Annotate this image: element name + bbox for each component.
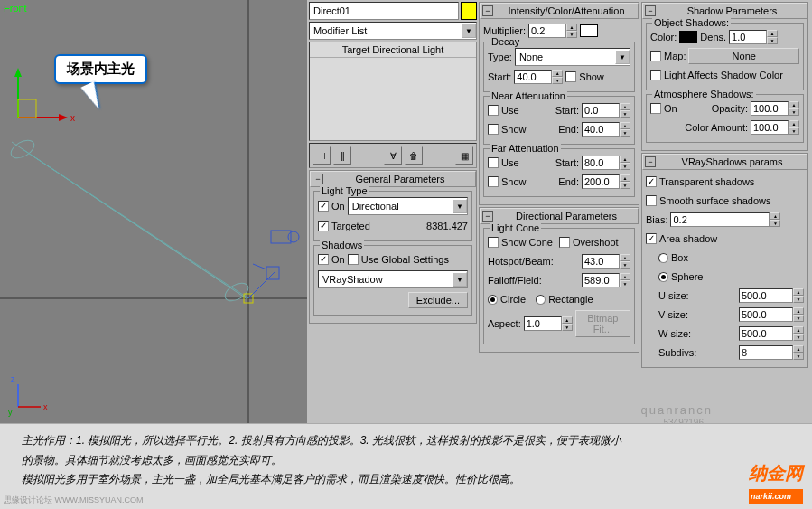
smooth-surface-checkbox[interactable]	[646, 195, 657, 206]
box-radio[interactable]	[658, 253, 668, 263]
minus-icon: −	[482, 211, 493, 222]
rollout-title: General Parameters	[327, 174, 473, 184]
svg-text:y: y	[8, 408, 13, 417]
svg-line-12	[23, 149, 248, 298]
aspect-spinner[interactable]: ▲▼	[524, 316, 573, 331]
svg-text:x: x	[70, 113, 75, 123]
chevron-down-icon: ▼	[462, 24, 476, 38]
svg-text:z: z	[11, 374, 15, 383]
svg-line-22	[248, 271, 275, 298]
rollout-vray-shadows: −VRayShadows params Transparent shadows …	[641, 153, 808, 368]
watermark-author: quanrancn	[641, 403, 713, 417]
rollout-general: −General Parameters Light Type On Direct…	[309, 170, 477, 324]
callout-main-light: 场景内主光	[54, 54, 147, 84]
svg-point-20	[288, 231, 299, 242]
overshoot-checkbox[interactable]	[559, 237, 570, 248]
shadow-map-checkbox[interactable]	[650, 51, 661, 61]
sphere-radio[interactable]	[658, 272, 668, 282]
affects-shadow-color-checkbox[interactable]	[650, 70, 661, 80]
circle-radio[interactable]	[488, 295, 498, 305]
configure-sets-icon[interactable]: ▦	[455, 146, 473, 165]
svg-rect-6	[18, 99, 36, 118]
falloff-spinner[interactable]: ▲▼	[582, 273, 630, 287]
logo-narkii: 纳金网narkii.com	[749, 457, 803, 504]
decay-type-dropdown[interactable]: None▼	[515, 48, 630, 66]
rollout-shadow-params: −Shadow Parameters Object Shadows: Color…	[641, 2, 808, 151]
far-end-spinner[interactable]: ▲▼	[582, 174, 630, 189]
near-start-spinner[interactable]: ▲▼	[582, 103, 630, 118]
object-color-swatch[interactable]	[461, 2, 477, 20]
w-size-spinner[interactable]: ▲▼	[739, 326, 804, 341]
viewport-scene: x z x y	[0, 0, 307, 423]
far-start-spinner[interactable]: ▲▼	[582, 156, 630, 170]
minus-icon: −	[645, 5, 656, 16]
global-settings-checkbox[interactable]	[348, 254, 359, 265]
rollout-title: Directional Parameters	[497, 211, 636, 222]
near-use-checkbox[interactable]	[488, 105, 499, 116]
light-color-swatch[interactable]	[580, 24, 598, 37]
exclude-button[interactable]: Exclude...	[408, 292, 468, 308]
stack-toolbar: ⊣ ‖ ∀ 🗑 ▦	[309, 143, 477, 168]
modifier-list-dropdown[interactable]: Modifier List▼	[309, 22, 477, 40]
svg-marker-3	[14, 68, 22, 77]
hotspot-spinner[interactable]: ▲▼	[582, 254, 630, 269]
atm-coloramt-spinner[interactable]: ▲▼	[751, 120, 799, 135]
minus-icon: −	[313, 174, 323, 184]
far-use-checkbox[interactable]	[488, 157, 499, 168]
rollout-title: VRayShadows params	[659, 156, 805, 167]
rollout-title: Shadow Parameters	[659, 5, 805, 16]
subdivs-spinner[interactable]: ▲▼	[739, 345, 804, 360]
shadow-map-button[interactable]: None	[688, 48, 799, 64]
shadows-on-checkbox[interactable]	[318, 254, 329, 265]
near-end-spinner[interactable]: ▲▼	[582, 122, 630, 137]
rectangle-radio[interactable]	[536, 295, 546, 305]
u-size-spinner[interactable]: ▲▼	[739, 288, 804, 303]
watermark-source: 思缘设计论坛 WWW.MISSYUAN.COM	[4, 493, 144, 507]
light-on-checkbox[interactable]	[318, 201, 329, 212]
stack-item[interactable]: Target Directional Light	[310, 42, 476, 58]
targeted-distance: 8381.427	[426, 221, 468, 231]
remove-modifier-icon[interactable]: 🗑	[405, 146, 423, 165]
svg-marker-5	[59, 114, 68, 121]
svg-rect-21	[266, 267, 279, 279]
make-unique-icon[interactable]: ∀	[384, 146, 402, 165]
rollout-intensity: −Intensity/Color/Attenuation Multiplier:…	[479, 2, 639, 205]
density-spinner[interactable]: ▲▼	[729, 30, 778, 44]
decay-start-spinner[interactable]: ▲▼	[514, 70, 563, 84]
svg-text:x: x	[43, 402, 48, 411]
modifier-panel: Modifier List▼ Target Directional Light …	[307, 0, 812, 423]
v-size-spinner[interactable]: ▲▼	[739, 307, 804, 322]
show-cone-checkbox[interactable]	[488, 237, 499, 248]
atm-on-checkbox[interactable]	[650, 103, 661, 114]
atm-opacity-spinner[interactable]: ▲▼	[751, 101, 799, 116]
minus-icon: −	[482, 5, 493, 16]
rollout-directional: −Directional Parameters Light Cone Show …	[479, 207, 639, 353]
svg-line-23	[253, 264, 266, 269]
light-type-dropdown[interactable]: Directional▼	[348, 197, 468, 215]
shadow-type-dropdown[interactable]: VRayShadow▼	[318, 270, 468, 288]
multiplier-spinner[interactable]: ▲▼	[528, 24, 577, 38]
show-end-result-icon[interactable]: ‖	[333, 146, 351, 165]
footer-caption: 主光作用：1. 模拟阳光，所以选择平行光。2. 投射具有方向感的投影。3. 光线…	[0, 423, 812, 509]
near-show-checkbox[interactable]	[488, 124, 499, 135]
transparent-shadows-checkbox[interactable]	[646, 176, 657, 187]
bias-spinner[interactable]: ▲▼	[670, 212, 780, 227]
far-show-checkbox[interactable]	[488, 176, 499, 187]
targeted-checkbox[interactable]	[318, 221, 329, 231]
pin-stack-icon[interactable]: ⊣	[313, 146, 331, 165]
shadow-color-swatch[interactable]	[679, 31, 697, 43]
decay-show-checkbox[interactable]	[565, 71, 576, 82]
rollout-title: Intensity/Color/Attenuation	[497, 5, 636, 16]
modifier-stack[interactable]: Target Directional Light	[309, 42, 477, 141]
viewport[interactable]: Front x z x y 场景内主光	[0, 0, 307, 423]
minus-icon: −	[645, 156, 656, 167]
bitmap-fit-button[interactable]: Bitmap Fit...	[575, 310, 630, 337]
object-name-input[interactable]	[309, 2, 459, 20]
area-shadow-checkbox[interactable]	[646, 233, 657, 244]
